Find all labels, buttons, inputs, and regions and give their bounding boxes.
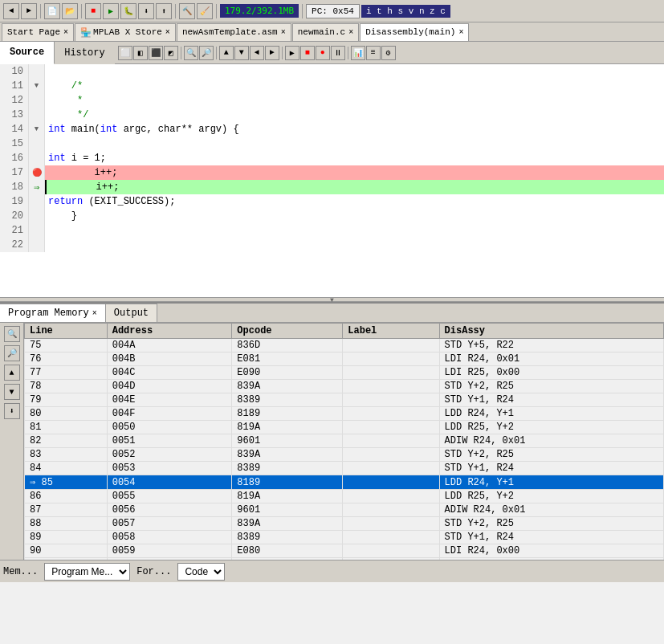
side-btn-3[interactable]: ▲ (4, 365, 20, 381)
row-address: 0057 (107, 517, 232, 531)
line-num-21: 21 (0, 223, 29, 238)
source-tab[interactable]: Source (0, 42, 55, 64)
code-editor[interactable]: 10 11 ▼ /* 12 * 13 */ 14 ▼ int main(int … (0, 64, 664, 297)
table-row[interactable]: 79004E8389STD Y+1, R24 (25, 393, 664, 407)
tab-asm[interactable]: newAsmTemplate.asm × (177, 23, 291, 41)
panel-tab-output[interactable]: Output (106, 304, 157, 322)
tab-close-mplab[interactable]: × (165, 28, 170, 37)
step-up-btn[interactable]: ▲ (219, 46, 234, 60)
code-content-13: */ (45, 108, 664, 122)
chart-btn[interactable]: 📊 (351, 46, 365, 60)
gutter-14[interactable]: ▼ (29, 122, 45, 137)
tab-newmain[interactable]: newmain.c × (292, 23, 359, 41)
row-opcode: E090 (232, 558, 343, 560)
table-row[interactable]: 810050819ALDD R25, Y+2 (25, 421, 664, 434)
tab-close-newmain[interactable]: × (348, 28, 353, 37)
mem-select[interactable]: Program Me... (44, 563, 130, 581)
row-disassy: LDI R25, 0x00 (439, 558, 663, 560)
panel-tabs: Program Memory × Output (0, 304, 664, 323)
table-row[interactable]: 8400538389STD Y+1, R24 (25, 462, 664, 475)
step-down-btn[interactable]: ▼ (234, 46, 249, 60)
step-right-btn[interactable]: ► (265, 46, 279, 60)
table-row[interactable]: 830052839ASTD Y+2, R25 (25, 448, 664, 462)
code-content-18: i++; (45, 180, 664, 194)
run2-btn[interactable]: ▶ (285, 46, 299, 60)
side-btn-1[interactable]: 🔍 (4, 326, 20, 342)
pause-btn[interactable]: ⏸ (331, 46, 345, 60)
zoom-in-btn[interactable]: 🔍 (184, 46, 198, 60)
fold-icon-11[interactable]: ▼ (35, 82, 39, 90)
store-icon: 🏪 (80, 27, 92, 38)
line-num-11: 11 (0, 79, 29, 93)
row-label (343, 393, 439, 407)
table-row[interactable]: 8200519601ADIW R24, 0x01 (25, 434, 664, 448)
tab-label: Disassembly(main) (365, 27, 455, 37)
panel-tab-program-memory[interactable]: Program Memory × (0, 304, 106, 322)
row-opcode: 8389 (232, 393, 343, 407)
table-row[interactable]: 860055819ALDD R25, Y+2 (25, 490, 664, 503)
bars-btn[interactable]: ≡ (366, 46, 381, 60)
tab-close-disassembly[interactable]: × (458, 28, 463, 37)
stop-btn[interactable]: ■ (85, 3, 101, 19)
table-row[interactable]: 75004A836DSTD Y+5, R22 (25, 339, 664, 353)
top-toolbar: ◄ ► 📄 📂 ■ ▶ 🐛 ⬇ ⬆ 🔨 🧹 179.2/392.1MB PC: … (0, 0, 664, 22)
tab-close-start-page[interactable]: × (63, 28, 68, 37)
build-btn[interactable]: 🔨 (179, 3, 195, 19)
toolbar-btn-4[interactable]: ◩ (164, 46, 178, 60)
step-over-btn[interactable]: ⬆ (156, 3, 172, 19)
side-btn-2[interactable]: 🔎 (4, 345, 20, 361)
memory-indicator: 179.2/392.1MB (220, 4, 299, 18)
table-row[interactable]: 76004BE081LDI R24, 0x01 (25, 353, 664, 366)
table-row[interactable]: 80004F8189LDD R24, Y+1 (25, 407, 664, 421)
line-num-16: 16 (0, 151, 29, 165)
panel-tab-close-pm[interactable]: × (92, 309, 97, 318)
tab-mplab-store[interactable]: 🏪 MPLAB X Store × (75, 23, 176, 41)
side-btn-5[interactable]: ⬇ (4, 403, 20, 419)
debug-btn[interactable]: 🐛 (120, 3, 136, 19)
step-btn[interactable]: ⬇ (138, 3, 154, 19)
clean-btn[interactable]: 🧹 (197, 3, 213, 19)
breakpoint-icon-17[interactable]: 🔴 (32, 168, 42, 177)
table-row[interactable]: 91005AE090LDI R25, 0x00 (25, 558, 664, 560)
line-num-14: 14 (0, 122, 29, 137)
tab-disassembly[interactable]: Disassembly(main) × (360, 23, 469, 41)
code-line-19: 19 return (EXIT_SUCCESS); (0, 194, 664, 209)
for-select[interactable]: Code (177, 563, 225, 581)
row-label (343, 558, 439, 560)
code-line-21: 21 (0, 223, 664, 238)
mem-label: Mem... (3, 566, 38, 577)
table-row[interactable]: ⇒ 8500548189LDD R24, Y+1 (25, 475, 664, 490)
history-tab[interactable]: History (55, 42, 114, 64)
gutter-10 (29, 64, 45, 79)
row-label (343, 380, 439, 393)
toolbar-btn-3[interactable]: ⬛ (149, 46, 163, 60)
table-row[interactable]: 8700569601ADIW R24, 0x01 (25, 503, 664, 517)
gutter-17[interactable]: 🔴 (29, 165, 45, 180)
open-btn[interactable]: 📂 (62, 3, 78, 19)
step-left-btn[interactable]: ◄ (250, 46, 264, 60)
row-label (343, 531, 439, 544)
line-num-17: 17 (0, 165, 29, 180)
table-row[interactable]: 880057839ASTD Y+2, R25 (25, 517, 664, 531)
tab-close-asm[interactable]: × (281, 28, 286, 37)
table-row[interactable]: 900059E080LDI R24, 0x00 (25, 544, 664, 558)
fold-icon-14[interactable]: ▼ (35, 125, 39, 133)
stop2-btn[interactable]: ■ (300, 46, 315, 60)
toolbar-btn-2[interactable]: ◧ (133, 46, 148, 60)
back-btn[interactable]: ◄ (3, 3, 19, 19)
gutter-11[interactable]: ▼ (29, 79, 45, 93)
side-btn-4[interactable]: ▼ (4, 384, 20, 400)
new-btn[interactable]: 📄 (44, 3, 60, 19)
table-scroll[interactable]: Line Address Opcode Label DisAssy 75004A… (24, 323, 664, 560)
tab-start-page[interactable]: Start Page × (2, 23, 74, 41)
run-btn[interactable]: ▶ (103, 3, 119, 19)
table-row[interactable]: 8900588389STD Y+1, R24 (25, 531, 664, 544)
record-btn[interactable]: ● (316, 46, 330, 60)
table-row[interactable]: 78004D839ASTD Y+2, R25 (25, 380, 664, 393)
gutter-22 (29, 238, 45, 252)
toolbar-btn-1[interactable]: ⬜ (118, 46, 132, 60)
settings2-btn[interactable]: ⚙ (381, 46, 396, 60)
table-row[interactable]: 77004CE090LDI R25, 0x00 (25, 366, 664, 380)
fwd-btn[interactable]: ► (21, 3, 37, 19)
zoom-out-btn[interactable]: 🔎 (199, 46, 214, 60)
